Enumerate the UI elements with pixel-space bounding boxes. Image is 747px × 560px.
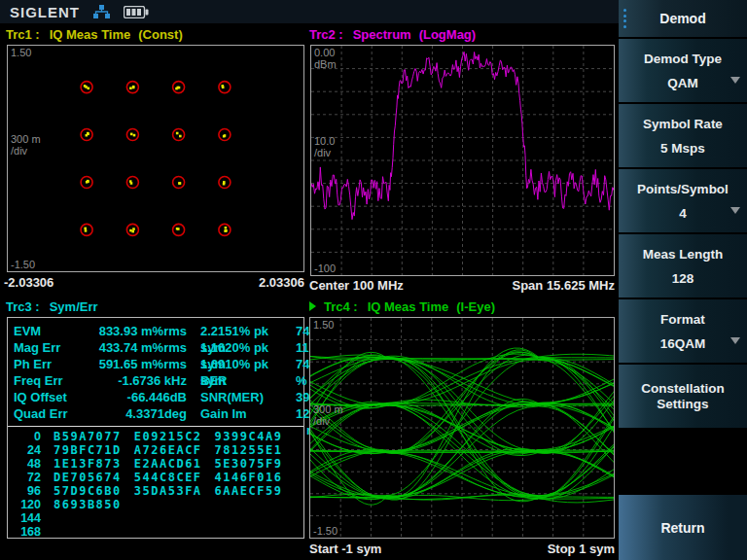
chevron-down-icon (730, 207, 740, 214)
trc2-title[interactable]: Trc2 : Spectrum (LogMag) (309, 25, 476, 43)
trc4-eye-plot[interactable]: 1.50 300 m/div -1.50 (309, 317, 615, 539)
menu-header-label: Demod (659, 11, 705, 26)
menu-item-label: Points/Symbol (629, 182, 736, 197)
menu-item-demod-type[interactable]: Demod TypeQAM (619, 39, 747, 102)
trc3-prefix: Trc3 : (6, 299, 40, 314)
trc2-prefix: Trc2 : (309, 27, 343, 42)
measurement-row: Mag Err433.74 m%rms1.1620% pk sym117 (8, 339, 303, 356)
chevron-down-icon (730, 77, 740, 84)
menu-item-label: Symbol Rate (635, 117, 730, 132)
symbol-row: 144 (8, 511, 303, 525)
measurement-row: Freq Err-1.6736 kHzBER% (8, 372, 303, 389)
menu-item-meas-length[interactable]: Meas Length128 (619, 234, 747, 298)
menu-header-demod[interactable]: Demod (619, 0, 747, 37)
menu-item-label: Meas Length (635, 247, 731, 262)
trc2-ref-top: 0.00dBm (314, 47, 337, 70)
trc1-name: IQ Meas Time (50, 27, 131, 42)
trc4-start-label: Start -1 sym (309, 542, 381, 556)
menu-item-value: 128 (672, 271, 694, 286)
symbol-row: 1208693B850 (8, 498, 303, 511)
lan-icon (93, 5, 110, 19)
trc2-name: Spectrum (353, 27, 411, 42)
trc4-ref-top: 1.50 (313, 319, 334, 331)
trc3-symerr-table[interactable]: EVM833.93 m%rms2.2151% pk sym74Mag Err43… (7, 317, 304, 539)
return-button[interactable]: Return (619, 495, 747, 560)
trc4-scale: 300 m/div (313, 403, 343, 427)
trc4-ref-bottom: -1.50 (313, 525, 338, 537)
trc1-x-left: -2.03306 (4, 275, 53, 290)
battery-icon (124, 6, 149, 18)
trc4-name: IQ Meas Time (368, 299, 449, 314)
symbol-rows: 0B59A7077E09215C29399C4A92479BFC71DA726E… (8, 430, 303, 539)
menu-item-value: 16QAM (660, 336, 706, 351)
trc2-scale: 10.0/div (314, 135, 335, 158)
trc1-mode: (Const) (138, 27, 183, 42)
trc1-x-right: 2.03306 (224, 275, 304, 290)
trc1-prefix: Trc1 : (6, 27, 40, 42)
trc2-ref-bottom: -100 (314, 262, 336, 274)
trc3-title[interactable]: Trc3 : Sym/Err (6, 298, 98, 315)
softkey-menu: Demod Demod TypeQAMSymbol Rate5 MspsPoin… (619, 0, 747, 560)
analyzer-screen: SIGLENT Trc1 : IQ Meas Time (Const) (0, 0, 747, 560)
trc4-title[interactable]: Trc4 : IQ Meas Time (I-Eye) (309, 298, 495, 315)
trc2-spectrum-plot[interactable]: 0.00dBm 10.0/div -100 (310, 45, 615, 276)
symbol-row: 72DE705674544C8CEF4146F016 (8, 471, 303, 484)
measurement-row: EVM833.93 m%rms2.2151% pk sym74 (8, 323, 303, 339)
chevron-down-icon (730, 337, 740, 344)
menu-item-value: 5 Msps (660, 141, 705, 156)
measurement-row: Ph Err591.65 m%rms1.6910% pk sym74 (8, 356, 303, 372)
status-bar: SIGLENT (0, 0, 619, 23)
siglent-logo: SIGLENT (10, 4, 80, 20)
menu-item-symbol-rate[interactable]: Symbol Rate5 Msps (619, 104, 747, 167)
trc1-ref-bottom: -1.50 (11, 259, 35, 270)
menu-item-value: QAM (667, 76, 698, 90)
menu-item-label: Format (653, 312, 713, 328)
trc1-scale: 300 m/div (11, 133, 41, 157)
return-label: Return (660, 520, 704, 536)
symbol-row: 9657D9C6B035DA53FA6AAECF59 (8, 484, 303, 498)
menu-item-label: Demod Type (636, 52, 729, 67)
trc1-title[interactable]: Trc1 : IQ Meas Time (Const) (6, 25, 183, 43)
menu-dots-icon (623, 9, 626, 28)
menu-item-constellation-settings[interactable]: Constellation Settings (619, 365, 747, 428)
active-trace-arrow-icon (309, 301, 316, 311)
trc3-name: Sym/Err (50, 299, 98, 314)
trc4-prefix: Trc4 : (324, 299, 358, 314)
trc1-constellation-plot[interactable]: 1.50 300 m/div -1.50 (7, 45, 304, 272)
symbol-row: 481E13F873E2AACD615E3075F9 (8, 457, 303, 471)
menu-item-value: 4 (679, 206, 687, 221)
measurement-row: IQ Offset-66.446dBSNR(MER)39.158dB (8, 389, 303, 405)
menu-item-label: Constellation Settings (619, 381, 747, 412)
trc1-ref-top: 1.50 (11, 47, 31, 58)
symbol-row: 2479BFC71DA726EACF781255E1 (8, 443, 303, 457)
menu-item-points-symbol[interactable]: Points/Symbol4 (619, 169, 747, 232)
trc4-mode: (I-Eye) (456, 299, 495, 314)
trc4-stop-label: Stop 1 sym (459, 542, 615, 556)
menu-item-format[interactable]: Format16QAM (619, 299, 747, 363)
trc2-mode: (LogMag) (419, 27, 476, 42)
measurement-row: Quad Err4.3371degGain Im126.41 mdB (8, 405, 303, 422)
trc2-center-label: Center 100 MHz (309, 278, 404, 293)
trc2-span-label: Span 15.625 MHz (459, 278, 615, 293)
measurement-rows: EVM833.93 m%rms2.2151% pk sym74Mag Err43… (8, 323, 303, 422)
symbol-row: 168 (8, 525, 303, 539)
